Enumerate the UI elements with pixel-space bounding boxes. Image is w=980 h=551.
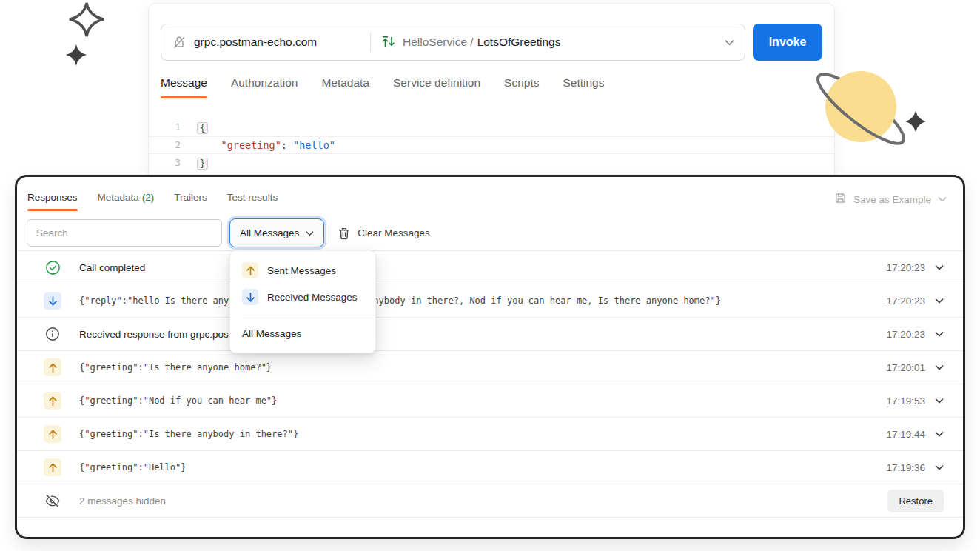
bidirectional-stream-icon: [381, 36, 396, 49]
method-name: LotsOfGreetings: [477, 36, 561, 49]
info-icon: [44, 325, 61, 343]
chevron-down-icon[interactable]: [935, 398, 944, 404]
message-editor[interactable]: 1{2 "greeting": "hello"3}: [149, 118, 834, 172]
tab-test-results[interactable]: Test results: [227, 187, 278, 211]
sparkle-icon: [65, 0, 110, 67]
tab-trailers[interactable]: Trailers: [174, 187, 207, 211]
message-row[interactable]: Call completed17:20:23: [17, 250, 963, 284]
search-input[interactable]: [27, 219, 222, 247]
line-number: 1: [149, 119, 181, 136]
editor-line[interactable]: 3}: [149, 154, 834, 172]
message-row[interactable]: {"reply":"hello Is there anybody out the…: [17, 284, 963, 317]
code-text: }: [181, 155, 208, 172]
message-timestamp: 17:19:44: [886, 429, 925, 440]
menu-item-received-messages[interactable]: Received Messages: [230, 284, 375, 310]
code-text: {: [181, 119, 208, 136]
arrow-up-icon: [242, 262, 258, 278]
message-text: {"greeting":"Nod if you can hear me"}: [79, 395, 277, 406]
chevron-down-icon[interactable]: [935, 464, 944, 470]
chevron-down-icon[interactable]: [935, 364, 944, 370]
message-filter-menu: Sent MessagesReceived MessagesAll Messag…: [229, 250, 376, 353]
clear-messages-button[interactable]: Clear Messages: [338, 227, 430, 240]
tab-metadata[interactable]: Metadata(2): [98, 187, 155, 211]
response-tab-bar: ResponsesMetadata(2)TrailersTest results: [27, 187, 278, 211]
divider: [17, 517, 963, 518]
service-name: HelloService /: [403, 36, 474, 49]
message-timestamp: 17:19:53: [886, 395, 925, 407]
messages-list: Call completed17:20:23{"reply":"hello Is…: [17, 250, 963, 518]
message-text: Call completed: [79, 262, 145, 273]
menu-item-label: Sent Messages: [267, 265, 336, 276]
sparkle-icon: [905, 111, 926, 132]
message-row[interactable]: {"greeting":"Is there anybody in there?"…: [17, 417, 963, 450]
message-text: 2 messages hidden: [79, 495, 166, 507]
divider: [242, 315, 375, 315]
chevron-down-icon: [306, 230, 314, 236]
menu-item-label: All Messages: [242, 328, 301, 339]
trash-icon: [338, 227, 350, 240]
save-as-example-button[interactable]: Save as Example: [834, 192, 947, 207]
postman-grpc-screen: { "request_panel": { "url_bar": { "url":…: [0, 0, 980, 551]
clear-messages-label: Clear Messages: [358, 227, 430, 238]
server-url-field[interactable]: grpc.postman-echo.com HelloService / Lot…: [161, 24, 745, 61]
lock-slash-icon: [172, 35, 187, 50]
arrow-up-icon: [44, 425, 61, 443]
restore-button[interactable]: Restore: [887, 490, 944, 512]
tab-message[interactable]: Message: [161, 76, 207, 98]
chevron-down-icon[interactable]: [935, 298, 944, 304]
message-row[interactable]: {"greeting":"Nod if you can hear me"}17:…: [17, 384, 963, 417]
message-text: {"reply":"hello Is there anybody out the…: [79, 295, 721, 306]
save-icon: [834, 192, 847, 207]
invoke-button[interactable]: Invoke: [753, 24, 822, 61]
message-text: {"greeting":"Is there anybody in there?"…: [79, 429, 298, 439]
request-tab-bar: MessageAuthorizationMetadataService defi…: [161, 76, 604, 98]
response-panel: ResponsesMetadata(2)TrailersTest results…: [15, 175, 965, 539]
tab-count-badge: (2): [142, 192, 155, 203]
divider: [370, 33, 371, 52]
chevron-down-icon[interactable]: [725, 39, 734, 46]
message-filter-button[interactable]: All Messages: [229, 218, 324, 247]
message-text: {"greeting":"Is there anyone home?"}: [79, 362, 272, 373]
eye-off-icon: [44, 492, 61, 510]
arrow-up-icon: [44, 458, 61, 476]
line-number: 2: [149, 137, 181, 153]
request-panel: grpc.postman-echo.com HelloService / Lot…: [148, 3, 835, 181]
message-row[interactable]: Received response from grpc.postman-echo…: [17, 317, 963, 350]
editor-line[interactable]: 1{: [149, 118, 834, 136]
arrow-down-icon: [44, 292, 61, 310]
message-timestamp: 17:20:23: [886, 295, 925, 307]
chevron-down-icon[interactable]: [935, 431, 944, 437]
tab-scripts[interactable]: Scripts: [504, 76, 539, 98]
save-as-example-label: Save as Example: [853, 194, 931, 205]
message-timestamp: 17:20:01: [886, 362, 925, 373]
message-timestamp: 17:20:23: [886, 262, 925, 273]
menu-item-label: Received Messages: [267, 292, 358, 303]
chevron-down-icon: [938, 196, 947, 202]
arrow-up-icon: [44, 358, 61, 376]
tab-authorization[interactable]: Authorization: [231, 76, 298, 98]
code-text: "greeting": "hello": [181, 137, 335, 153]
server-url[interactable]: grpc.postman-echo.com: [194, 36, 370, 49]
message-row[interactable]: {"greeting":"Hello"}17:19:36: [17, 450, 963, 484]
message-text: {"greeting":"Hello"}: [79, 462, 187, 472]
message-row[interactable]: {"greeting":"Is there anyone home?"}17:2…: [17, 350, 963, 384]
tab-metadata[interactable]: Metadata: [321, 76, 369, 98]
arrow-down-icon: [242, 289, 258, 305]
tab-service-definition[interactable]: Service definition: [393, 76, 480, 98]
message-filter-label: All Messages: [240, 227, 299, 238]
editor-line[interactable]: 2 "greeting": "hello": [149, 136, 834, 154]
menu-item-all-messages[interactable]: All Messages: [230, 320, 375, 347]
arrow-up-icon: [44, 392, 61, 410]
menu-item-sent-messages[interactable]: Sent Messages: [230, 257, 375, 284]
line-number: 3: [149, 155, 181, 171]
chevron-down-icon[interactable]: [935, 264, 944, 270]
message-row[interactable]: 2 messages hiddenRestore: [17, 484, 963, 517]
chevron-down-icon[interactable]: [935, 331, 944, 337]
message-timestamp: 17:19:36: [886, 462, 925, 473]
tab-settings[interactable]: Settings: [563, 76, 604, 98]
tab-responses[interactable]: Responses: [27, 187, 78, 211]
message-timestamp: 17:20:23: [886, 329, 925, 340]
check-circle-icon: [44, 258, 61, 276]
